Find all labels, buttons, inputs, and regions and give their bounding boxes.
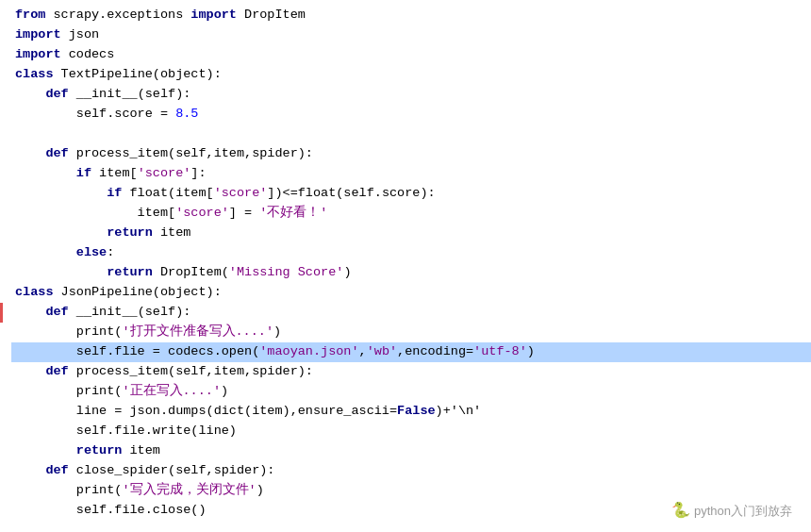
- code-token: [15, 443, 76, 457]
- code-token: [15, 146, 45, 160]
- code-token: __init__(self):: [69, 305, 191, 319]
- code-token: else: [76, 245, 107, 259]
- code-token: )+'\n': [436, 404, 482, 418]
- code-token: def: [45, 87, 68, 101]
- code-token: item[: [15, 206, 175, 220]
- code-token: [15, 225, 107, 240]
- code-token: '正在写入....': [122, 384, 221, 398]
- code-token: item[: [91, 166, 138, 180]
- code-token: '不好看！': [259, 206, 327, 220]
- line-text: print('写入完成，关闭文件'): [11, 481, 811, 501]
- line-text: def __init__(self):: [11, 303, 811, 323]
- code-line: return item: [0, 224, 811, 243]
- line-text: def process_item(self,item,spider):: [11, 144, 811, 164]
- code-token: class: [15, 285, 54, 299]
- code-token: '写入完成，关闭文件': [122, 483, 256, 497]
- line-gutter: [0, 85, 11, 105]
- code-line: self.file.write(line): [0, 422, 811, 441]
- line-text: import codecs: [11, 45, 811, 65]
- line-gutter: [0, 441, 11, 461]
- code-token: [15, 245, 76, 259]
- code-line: [0, 125, 811, 144]
- code-token: ): [257, 483, 264, 497]
- line-text: return item: [11, 224, 811, 243]
- code-line: def process_item(self,item,spider):: [0, 144, 811, 164]
- line-text: return DropItem('Missing Score'): [11, 263, 811, 283]
- code-token: json: [61, 27, 100, 42]
- line-text: item['score'] = '不好看！': [11, 204, 811, 224]
- line-text: if float(item['score'])<=float(self.scor…: [11, 184, 811, 204]
- code-line: self.score = 8.5: [0, 105, 811, 125]
- code-token: self.flie = codecs.open(: [15, 344, 259, 358]
- code-token: def: [45, 463, 68, 477]
- code-line: print('正在写入....'): [0, 382, 811, 402]
- code-line: if item['score']:: [0, 164, 811, 184]
- code-token: import: [15, 47, 61, 61]
- code-token: process_item(self,item,spider):: [69, 364, 313, 378]
- code-token: class: [15, 67, 54, 81]
- line-gutter: [0, 342, 11, 362]
- code-token: :: [107, 245, 114, 259]
- code-line: if float(item['score'])<=float(self.scor…: [0, 184, 811, 204]
- code-line: def close_spider(self,spider):: [0, 461, 811, 481]
- code-line: self.flie = codecs.open('maoyan.json','w…: [0, 342, 811, 362]
- code-token: ): [527, 344, 535, 358]
- line-text: print('正在写入....'): [11, 382, 811, 402]
- line-gutter: [0, 25, 11, 45]
- code-token: 'Missing Score': [229, 265, 344, 279]
- line-gutter: [0, 144, 11, 164]
- line-text: class JsonPipeline(object):: [11, 283, 811, 303]
- line-gutter: [0, 461, 11, 481]
- code-token: TextPipeline(object):: [54, 67, 222, 81]
- code-token: [15, 186, 107, 200]
- line-text: if item['score']:: [11, 164, 811, 184]
- code-line: item['score'] = '不好看！': [0, 204, 811, 224]
- code-token: close_spider(self,spider):: [69, 463, 275, 477]
- code-token: ): [273, 324, 281, 339]
- line-gutter: [0, 501, 11, 521]
- line-gutter: [0, 323, 11, 342]
- line-text: print('打开文件准备写入....'): [11, 323, 811, 342]
- code-token: 'wb': [367, 344, 397, 358]
- code-line: import json: [0, 25, 811, 45]
- line-text: def process_item(self,item,spider):: [11, 362, 811, 382]
- code-token: line = json.dumps(dict(item),ensure_asci…: [15, 404, 397, 418]
- code-token: ): [343, 265, 351, 279]
- code-line: return item: [0, 441, 811, 461]
- code-line: line = json.dumps(dict(item),ensure_asci…: [0, 402, 811, 422]
- watermark-icon: 🐍: [671, 499, 690, 523]
- line-gutter: [0, 243, 11, 263]
- code-token: import: [15, 27, 61, 42]
- code-token: process_item(self,item,spider):: [69, 146, 313, 160]
- code-token: 'score': [138, 166, 191, 180]
- code-line: print('打开文件准备写入....'): [0, 323, 811, 342]
- code-token: 'utf-8': [473, 344, 527, 358]
- code-token: return: [76, 443, 123, 457]
- watermark: 🐍 python入门到放弃: [671, 499, 792, 523]
- code-token: JsonPipeline(object):: [54, 285, 222, 299]
- code-token: ]:: [190, 166, 206, 180]
- code-token: [15, 463, 45, 477]
- code-token: DropItem: [237, 8, 306, 22]
- code-line: class JsonPipeline(object):: [0, 283, 811, 303]
- code-token: ,encoding=: [397, 344, 473, 358]
- line-gutter: [0, 283, 11, 303]
- line-gutter: [0, 45, 11, 65]
- code-token: False: [397, 404, 436, 418]
- code-token: if: [76, 166, 91, 180]
- line-gutter: [0, 303, 11, 323]
- code-token: def: [45, 146, 68, 160]
- line-text: self.score = 8.5: [11, 105, 811, 125]
- line-text: line = json.dumps(dict(item),ensure_asci…: [11, 402, 811, 422]
- line-gutter: [0, 6, 11, 25]
- line-gutter: [0, 105, 11, 125]
- code-line: def __init__(self):: [0, 85, 811, 105]
- line-gutter: [0, 125, 11, 144]
- code-token: 'maoyan.json': [259, 344, 358, 358]
- code-line: from scrapy.exceptions import DropItem: [0, 6, 811, 25]
- code-token: DropItem(: [153, 265, 229, 279]
- line-text: def __init__(self):: [11, 85, 811, 105]
- code-token: 8.5: [175, 107, 198, 121]
- code-line: return DropItem('Missing Score'): [0, 263, 811, 283]
- code-token: 'score': [214, 186, 268, 200]
